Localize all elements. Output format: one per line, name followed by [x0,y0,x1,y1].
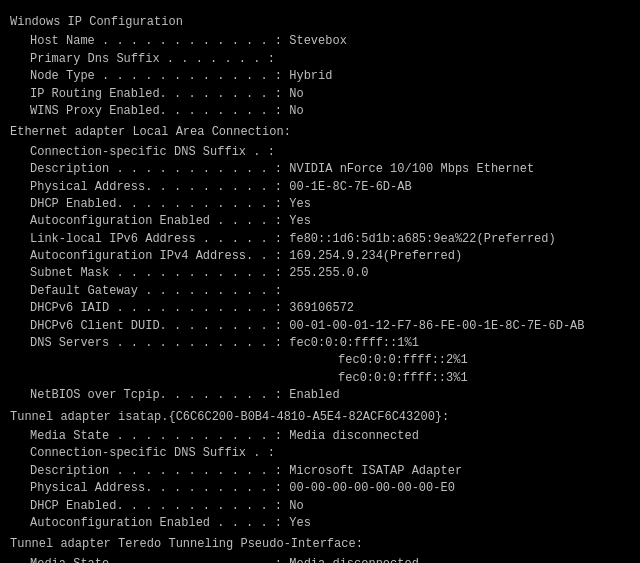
field-autoconfig-ipv4: Autoconfiguration IPv4 Address. . : 169.… [30,248,630,265]
field-label: WINS Proxy Enabled. . . . . . . . : [30,104,282,118]
ethernet-fields: Connection-specific DNS Suffix . : Descr… [10,144,630,405]
field-ip-routing: IP Routing Enabled. . . . . . . . : No [30,86,630,103]
field-default-gateway: Default Gateway . . . . . . . . . : [30,283,630,300]
field-dhcp-isatap: DHCP Enabled. . . . . . . . . . . : No [30,498,630,515]
tunnel-teredo-fields: Media State . . . . . . . . . . . : Medi… [10,556,630,563]
tunnel-teredo-header: Tunnel adapter Teredo Tunneling Pseudo-I… [10,536,630,553]
field-value: No [289,104,303,118]
field-conn-dns-isatap: Connection-specific DNS Suffix . : [30,445,630,462]
field-netbios: NetBIOS over Tcpip. . . . . . . . : Enab… [30,387,630,404]
field-label: IP Routing Enabled. . . . . . . . : [30,87,282,101]
tunnel-isatap-fields: Media State . . . . . . . . . . . : Medi… [10,428,630,532]
field-node-type: Node Type . . . . . . . . . . . . : Hybr… [30,68,630,85]
field-desc-isatap: Description . . . . . . . . . . . : Micr… [30,463,630,480]
field-dns-servers-2: fec0:0:0:ffff::2%1 [30,352,630,369]
field-label: Node Type . . . . . . . . . . . . : [30,69,282,83]
terminal-window: Windows IP Configuration Host Name . . .… [10,14,630,563]
windows-ip-fields: Host Name . . . . . . . . . . . . : Stev… [10,33,630,120]
field-label: Host Name . . . . . . . . . . . . : [30,34,282,48]
field-value: Hybrid [289,69,332,83]
tunnel-isatap-header: Tunnel adapter isatap.{C6C6C200-B0B4-481… [10,409,630,426]
windows-ip-header: Windows IP Configuration [10,14,630,31]
field-link-local-ipv6: Link-local IPv6 Address . . . . . : fe80… [30,231,630,248]
field-label: Primary Dns Suffix . . . . . . . : [30,52,275,66]
field-dns-servers: DNS Servers . . . . . . . . . . . : fec0… [30,335,630,352]
ethernet-header: Ethernet adapter Local Area Connection: [10,124,630,141]
field-dhcp-enabled: DHCP Enabled. . . . . . . . . . . : Yes [30,196,630,213]
field-conn-dns: Connection-specific DNS Suffix . : [30,144,630,161]
field-phys-isatap: Physical Address. . . . . . . . . : 00-0… [30,480,630,497]
field-dhcpv6-duid: DHCPv6 Client DUID. . . . . . . . : 00-0… [30,318,630,335]
field-wins-proxy: WINS Proxy Enabled. . . . . . . . : No [30,103,630,120]
field-description: Description . . . . . . . . . . . : NVID… [30,161,630,178]
field-value: No [289,87,303,101]
field-hostname: Host Name . . . . . . . . . . . . : Stev… [30,33,630,50]
field-autoconfig-isatap: Autoconfiguration Enabled . . . . : Yes [30,515,630,532]
field-media-state-teredo: Media State . . . . . . . . . . . : Medi… [30,556,630,563]
field-value: Stevebox [289,34,347,48]
field-dhcpv6-iaid: DHCPv6 IAID . . . . . . . . . . . : 3691… [30,300,630,317]
field-subnet-mask: Subnet Mask . . . . . . . . . . . : 255.… [30,265,630,282]
field-media-state: Media State . . . . . . . . . . . : Medi… [30,428,630,445]
field-physical-addr: Physical Address. . . . . . . . . : 00-1… [30,179,630,196]
field-autoconfig-enabled: Autoconfiguration Enabled . . . . : Yes [30,213,630,230]
field-dns-servers-3: fec0:0:0:ffff::3%1 [30,370,630,387]
field-primary-dns: Primary Dns Suffix . . . . . . . : [30,51,630,68]
